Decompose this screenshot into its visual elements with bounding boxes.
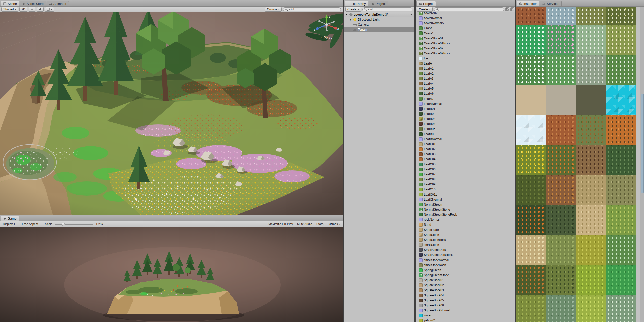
2d-toggle-button[interactable]: 2D [19, 7, 27, 12]
game-gizmos-dropdown[interactable]: Gizmos [326, 222, 342, 227]
texture-swatch[interactable] [546, 115, 576, 145]
asset-row[interactable]: LeafC10 [416, 187, 515, 192]
texture-swatch[interactable] [546, 145, 576, 175]
asset-row[interactable]: LeafB02 [416, 111, 515, 116]
asset-row[interactable]: SquareBrick02 [416, 283, 515, 288]
tab-asset-store[interactable]: Asset Store [20, 1, 46, 6]
tab-project[interactable]: Project [416, 1, 436, 6]
scene-effects-dropdown[interactable] [45, 7, 54, 12]
texture-swatch[interactable] [516, 7, 546, 25]
scene-audio-toggle[interactable] [37, 7, 44, 12]
hierarchy-search-input[interactable]: All [362, 7, 412, 11]
asset-row[interactable]: Sand [416, 222, 515, 227]
scene-context-menu-icon[interactable] [411, 14, 412, 15]
scene-viewport[interactable]: y x z < Persp [0, 12, 343, 215]
asset-row[interactable]: Grass [416, 26, 515, 31]
scale-slider-handle[interactable] [62, 223, 65, 226]
asset-row[interactable]: LeafA2 [416, 71, 515, 76]
render-mode-dropdown[interactable]: Shaded [1, 7, 18, 12]
display-dropdown[interactable]: Display 1 [1, 222, 19, 227]
texture-swatch[interactable] [606, 7, 636, 25]
texture-swatch[interactable] [516, 235, 546, 265]
texture-swatch[interactable] [516, 295, 546, 322]
asset-row[interactable]: SquareBrickNormal [416, 308, 515, 313]
asset-row[interactable]: LeafB04 [416, 121, 515, 126]
inspector-scrollbar[interactable] [640, 7, 644, 322]
axis-gizmo-icon[interactable]: y x z [313, 14, 340, 35]
texture-swatch[interactable] [606, 25, 636, 55]
scene-search-input[interactable]: All [283, 7, 341, 11]
texture-swatch[interactable] [546, 295, 576, 322]
asset-row[interactable]: NormalGreenStone [416, 207, 515, 212]
scene-orientation-gizmo[interactable]: y x z < Persp [313, 14, 340, 39]
asset-row[interactable]: SmallStoneDark [416, 247, 515, 252]
maximize-on-play-toggle[interactable]: Maximize On Play [267, 222, 294, 227]
search-by-type-button[interactable] [505, 7, 509, 11]
mute-audio-toggle[interactable]: Mute Audio [296, 222, 314, 227]
texture-swatch[interactable] [606, 55, 636, 85]
asset-row[interactable]: Grass1 [416, 31, 515, 36]
game-viewport[interactable] [0, 227, 343, 322]
asset-row[interactable]: rockNormal [416, 217, 515, 222]
texture-swatch[interactable] [516, 205, 546, 235]
asset-row[interactable]: yellow01 [416, 318, 515, 322]
hierarchy-scene-header[interactable]: ▼ LowpolyTerrainDemo 3* [344, 12, 414, 17]
texture-swatch[interactable] [576, 85, 606, 115]
asset-row[interactable]: smallStone [416, 242, 515, 247]
texture-swatch[interactable] [516, 85, 546, 115]
asset-row[interactable]: smallStoneRock [416, 263, 515, 268]
texture-swatch[interactable] [546, 205, 576, 235]
asset-row[interactable]: LeafA1 [416, 66, 515, 71]
hierarchy-item-camera[interactable]: Camera [344, 22, 414, 27]
scene-lighting-toggle[interactable] [29, 7, 35, 12]
tab-scene[interactable]: Scene [1, 1, 19, 6]
tab-game[interactable]: Game [1, 216, 19, 221]
texture-swatch[interactable] [576, 145, 606, 175]
inspector-scrollbar-thumb[interactable] [641, 94, 644, 193]
tab-inspector[interactable]: Inspector [517, 1, 539, 6]
asset-row[interactable]: LeafA7 [416, 96, 515, 101]
stats-toggle[interactable]: Stats [315, 222, 325, 227]
asset-row[interactable]: LeafA3 [416, 76, 515, 81]
asset-row[interactable]: LeafB03 [416, 116, 515, 121]
texture-swatch[interactable] [576, 295, 606, 322]
asset-row[interactable]: LeafC01 [416, 142, 515, 147]
texture-swatch[interactable] [546, 175, 576, 205]
asset-row[interactable]: SandStone [416, 232, 515, 237]
asset-row[interactable]: GrassStone02Rock [416, 51, 515, 56]
hierarchy-create-button[interactable]: Create [345, 7, 361, 12]
texture-swatch[interactable] [546, 235, 576, 265]
asset-row[interactable]: GrassStone01 [416, 36, 515, 41]
texture-swatch[interactable] [546, 55, 576, 85]
asset-row[interactable]: LeafBNormal [416, 137, 515, 142]
texture-swatch[interactable] [516, 145, 546, 175]
asset-row[interactable]: LeafC02 [416, 147, 515, 152]
texture-swatch[interactable] [606, 145, 636, 175]
asset-row[interactable]: SpringGreenStone [416, 273, 515, 278]
asset-row[interactable]: SandLeafB [416, 227, 515, 232]
asset-row[interactable]: LeafA6 [416, 91, 515, 96]
texture-swatch[interactable] [576, 55, 606, 85]
asset-row[interactable]: SquareBrick03 [416, 288, 515, 293]
asset-row[interactable]: flowerNormalA [416, 21, 515, 26]
hierarchy-item-directional-light[interactable]: ▶Directional Light [344, 17, 414, 22]
texture-swatch[interactable] [516, 115, 546, 145]
asset-row[interactable]: LeafA4 [416, 81, 515, 86]
texture-swatch[interactable] [606, 85, 636, 115]
asset-row[interactable]: LeafB05 [416, 126, 515, 132]
asset-row[interactable]: SquareBrick04 [416, 293, 515, 298]
perspective-mode-label[interactable]: < Persp [313, 36, 340, 39]
texture-swatch[interactable] [576, 235, 606, 265]
asset-row[interactable]: GrassStone01Rock [416, 41, 515, 46]
texture-swatch[interactable] [576, 205, 606, 235]
scale-slider[interactable] [55, 222, 93, 226]
tab-services[interactable]: Services [540, 1, 562, 6]
texture-swatch[interactable] [546, 25, 576, 55]
tab-animator[interactable]: Animator [47, 1, 69, 6]
asset-row[interactable]: NormalGreen [416, 202, 515, 207]
asset-row[interactable]: LeafC04 [416, 157, 515, 162]
texture-swatch[interactable] [606, 265, 636, 295]
scene-gizmos-dropdown[interactable]: Gizmos [265, 7, 282, 12]
search-by-label-button[interactable] [510, 7, 514, 11]
asset-row[interactable]: LeafB06 [416, 132, 515, 137]
